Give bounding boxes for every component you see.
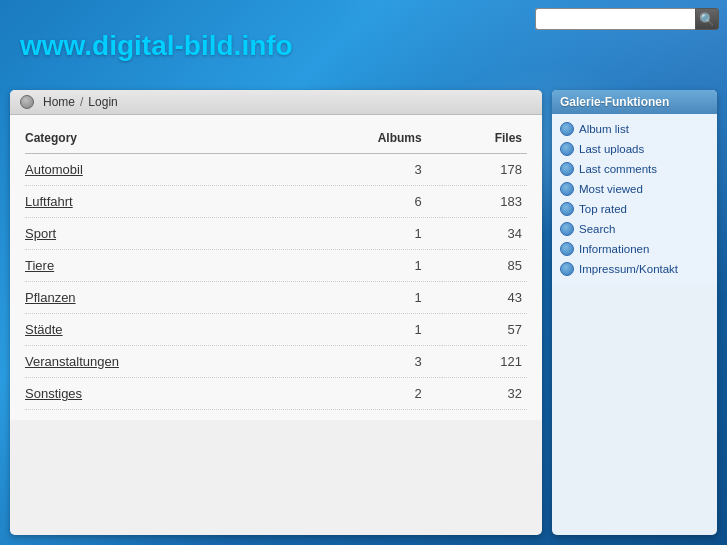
sidebar-item-icon: [560, 242, 574, 256]
table-row: Tiere185: [25, 250, 527, 282]
category-albums: 2: [273, 378, 442, 410]
nav-separator: /: [80, 95, 83, 109]
category-name[interactable]: Tiere: [25, 250, 273, 282]
content-wrapper: Home / Login Category Albums Files Autom…: [10, 90, 717, 535]
table-body: Automobil3178Luftfahrt6183Sport134Tiere1…: [25, 154, 527, 410]
search-icon: 🔍: [699, 12, 715, 27]
category-files: 32: [442, 378, 527, 410]
category-albums: 3: [273, 346, 442, 378]
sidebar-item[interactable]: Album list: [552, 119, 717, 139]
category-albums: 1: [273, 218, 442, 250]
category-albums: 3: [273, 154, 442, 186]
sidebar-item-label: Album list: [579, 123, 629, 135]
table-row: Veranstaltungen3121: [25, 346, 527, 378]
category-files: 121: [442, 346, 527, 378]
nav-home-link[interactable]: Home: [43, 95, 75, 109]
sidebar-item-label: Most viewed: [579, 183, 643, 195]
sidebar-item[interactable]: Last uploads: [552, 139, 717, 159]
category-albums: 1: [273, 314, 442, 346]
sidebar-item-label: Informationen: [579, 243, 649, 255]
sidebar-item[interactable]: Search: [552, 219, 717, 239]
table-row: Sport134: [25, 218, 527, 250]
sidebar-item[interactable]: Last comments: [552, 159, 717, 179]
sidebar-item[interactable]: Informationen: [552, 239, 717, 259]
top-search-button[interactable]: 🔍: [695, 8, 719, 30]
table-row: Luftfahrt6183: [25, 186, 527, 218]
main-panel: Home / Login Category Albums Files Autom…: [10, 90, 542, 535]
category-albums: 6: [273, 186, 442, 218]
top-search-bar: 🔍: [535, 8, 719, 30]
sidebar-item-icon: [560, 162, 574, 176]
category-name[interactable]: Sonstiges: [25, 378, 273, 410]
table-row: Städte157: [25, 314, 527, 346]
category-name[interactable]: Pflanzen: [25, 282, 273, 314]
sidebar-item-label: Search: [579, 223, 615, 235]
col-files: Files: [442, 125, 527, 154]
sidebar-item-label: Last uploads: [579, 143, 644, 155]
sidebar-item[interactable]: Top rated: [552, 199, 717, 219]
sidebar-item[interactable]: Impressum/Kontakt: [552, 259, 717, 279]
sidebar-item-label: Last comments: [579, 163, 657, 175]
col-category: Category: [25, 125, 273, 154]
top-search-input[interactable]: [535, 8, 695, 30]
sidebar-item-icon: [560, 202, 574, 216]
sidebar-item[interactable]: Most viewed: [552, 179, 717, 199]
sidebar-item-icon: [560, 122, 574, 136]
category-name[interactable]: Sport: [25, 218, 273, 250]
category-name[interactable]: Luftfahrt: [25, 186, 273, 218]
category-files: 85: [442, 250, 527, 282]
nav-bar: Home / Login: [10, 90, 542, 115]
nav-login-link[interactable]: Login: [88, 95, 117, 109]
table-row: Pflanzen143: [25, 282, 527, 314]
category-name[interactable]: Automobil: [25, 154, 273, 186]
col-albums: Albums: [273, 125, 442, 154]
table-row: Sonstiges232: [25, 378, 527, 410]
category-files: 43: [442, 282, 527, 314]
sidebar-item-icon: [560, 222, 574, 236]
category-files: 34: [442, 218, 527, 250]
sidebar-panel: Galerie-Funktionen Album listLast upload…: [552, 90, 717, 535]
site-title: www.digital-bild.info: [20, 30, 293, 62]
category-table: Category Albums Files Automobil3178Luftf…: [25, 125, 527, 410]
table-row: Automobil3178: [25, 154, 527, 186]
category-files: 183: [442, 186, 527, 218]
table-area: Category Albums Files Automobil3178Luftf…: [10, 115, 542, 420]
category-albums: 1: [273, 250, 442, 282]
sidebar-item-icon: [560, 262, 574, 276]
table-header-row: Category Albums Files: [25, 125, 527, 154]
sidebar-header: Galerie-Funktionen: [552, 90, 717, 114]
nav-home-icon: [20, 95, 34, 109]
sidebar-item-icon: [560, 182, 574, 196]
sidebar-menu: Album listLast uploadsLast commentsMost …: [552, 114, 717, 284]
sidebar-item-label: Impressum/Kontakt: [579, 263, 678, 275]
category-files: 57: [442, 314, 527, 346]
category-name[interactable]: Veranstaltungen: [25, 346, 273, 378]
category-name[interactable]: Städte: [25, 314, 273, 346]
category-files: 178: [442, 154, 527, 186]
category-albums: 1: [273, 282, 442, 314]
sidebar-item-icon: [560, 142, 574, 156]
sidebar-item-label: Top rated: [579, 203, 627, 215]
